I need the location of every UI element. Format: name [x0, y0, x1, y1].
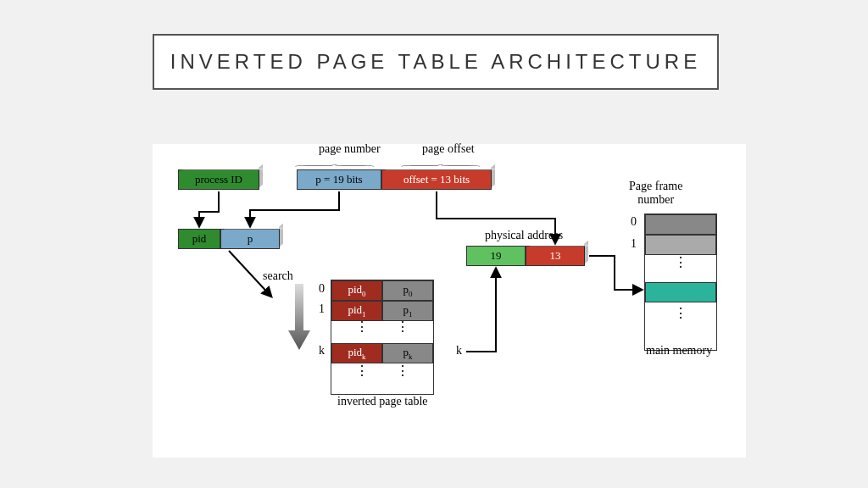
ipt-idx-1: 1 — [319, 302, 325, 316]
svg-marker-0 — [288, 284, 310, 350]
diagram-canvas: page number page offset ︷ ︷ process ID p… — [153, 144, 746, 458]
k-out-label: k — [456, 344, 462, 358]
physical-address: 19 13 — [466, 246, 585, 266]
box-p-bits: p = 19 bits — [297, 169, 381, 190]
mem-caption: main memory — [646, 344, 712, 358]
ipt-row: p0 — [382, 280, 433, 301]
ipt-idx-0: 0 — [319, 282, 325, 296]
ipt-idx-k: k — [319, 344, 325, 358]
box-frame: 19 — [466, 246, 526, 266]
label-search: search — [263, 269, 293, 283]
box-p: p — [220, 229, 280, 249]
label-page-frame-number: Page frame number — [629, 180, 682, 207]
label-physical-address: physical address — [485, 229, 563, 242]
box-phys-offset: 13 — [526, 246, 585, 266]
search-arrow-icon — [288, 284, 310, 352]
label-page-number: page number — [319, 142, 381, 156]
brace-icon: ︷ — [292, 159, 384, 169]
mem-row — [645, 214, 716, 235]
ipt-row: pk — [382, 343, 433, 363]
mem-row-target — [645, 282, 716, 302]
title-box: INVERTED PAGE TABLE ARCHITECTURE — [153, 34, 719, 90]
ipt-row: p1 — [382, 301, 433, 321]
inverted-page-table: pid0 p0 pid1 p1 ⋮ ⋮ pidk pk ⋮ ⋮ — [331, 280, 434, 395]
ipt-row: pidk — [331, 343, 382, 363]
box-offset-bits: offset = 13 bits — [381, 169, 492, 190]
main-memory: ⋮ ⋮ — [644, 214, 717, 351]
page-title: INVERTED PAGE TABLE ARCHITECTURE — [170, 50, 701, 74]
mem-idx-1: 1 — [631, 237, 637, 251]
box-process-id: process ID — [178, 169, 259, 190]
logical-address: p = 19 bits offset = 13 bits — [297, 169, 492, 190]
box-pid: pid — [178, 229, 220, 249]
ipt-row: pid1 — [331, 301, 382, 321]
mem-idx-0: 0 — [631, 215, 637, 229]
mem-row — [645, 235, 716, 255]
ipt-row: pid0 — [331, 280, 382, 301]
ipt-caption: inverted page table — [337, 395, 428, 408]
entry-pair: pid p — [178, 229, 280, 249]
